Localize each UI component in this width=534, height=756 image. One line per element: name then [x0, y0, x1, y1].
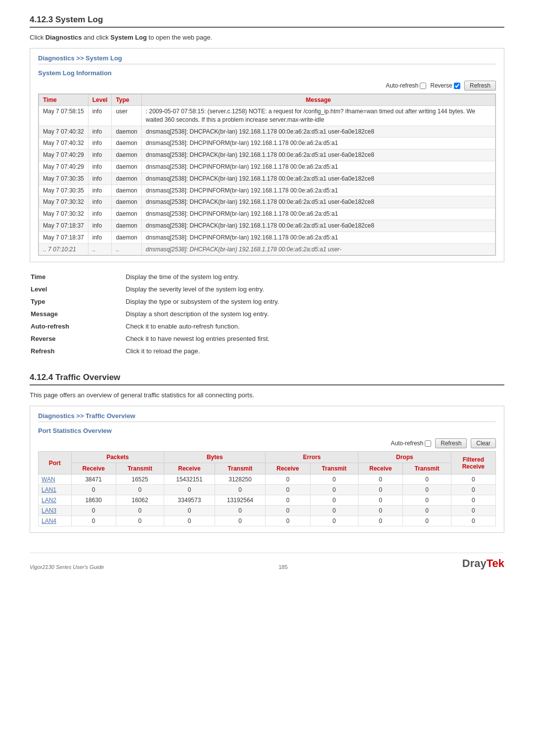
desc-term: Level — [31, 284, 110, 295]
desc-def: Display the severity level of the system… — [111, 284, 503, 295]
traffic-drp-tx-val: 0 — [403, 474, 451, 485]
auto-refresh-label: Auto-refresh — [386, 82, 426, 89]
log-message: dnsmasq[2538]: DHCPACK(br-lan) 192.168.1… — [141, 220, 495, 232]
col-message: Message — [141, 94, 495, 106]
traffic-overview-section: 4.12.4 Traffic Overview This page offers… — [30, 373, 504, 533]
system-log-section: 4.12.3 System Log Click Diagnostics and … — [30, 15, 504, 358]
traffic-drp-rx-val: 0 — [358, 495, 403, 506]
desc-term: Refresh — [31, 345, 110, 357]
traffic-err-rx-val: 0 — [266, 506, 310, 516]
log-time: May 7 07:40:29 — [39, 149, 89, 161]
traffic-drp-tx-val: 0 — [403, 516, 451, 526]
desc-def: Display the time of the system log entry… — [111, 271, 503, 283]
log-message: dnsmasq[2538]: DHCPINFORM(br-lan) 192.16… — [141, 232, 495, 243]
traffic-col-packets: Packets — [71, 452, 164, 463]
desc-term: Auto-refresh — [31, 321, 110, 332]
traffic-table: Port Packets Bytes Errors Drops Filtered… — [38, 451, 496, 526]
log-type: user — [112, 106, 141, 126]
log-level: info — [88, 208, 112, 220]
system-log-descriptions: Time Display the time of the system log … — [30, 270, 504, 358]
traffic-byt-rx-val: 15432151 — [164, 474, 215, 485]
traffic-byt-tx-val: 0 — [215, 516, 266, 526]
traffic-table-row: LAN2 18630 16062 3349573 13192564 0 0 0 … — [39, 495, 496, 506]
traffic-drp-tx-val: 0 — [403, 485, 451, 495]
system-log-table-wrapper: Time Level Type Message May 7 07:58:15 i… — [38, 94, 496, 256]
log-message: dnsmasq[2538]: DHCPACK(br-lan) 192.168.1… — [141, 196, 495, 208]
desc-def: Display the type or subsystem of the sys… — [111, 296, 503, 307]
log-time: May 7 07:18:37 — [39, 232, 89, 243]
section1-intro: Click Diagnostics and click System Log t… — [30, 34, 504, 41]
log-type: daemon — [112, 185, 141, 196]
traffic-drp-rx: Receive — [358, 463, 403, 474]
traffic-pkt-tx-val: 16525 — [116, 474, 164, 485]
traffic-err-rx-val: 0 — [266, 516, 310, 526]
traffic-pkt-tx-val: 16062 — [116, 495, 164, 506]
auto-refresh-checkbox[interactable] — [420, 83, 426, 89]
log-time: May 7 07:40:32 — [39, 126, 89, 138]
traffic-err-tx-val: 0 — [310, 474, 358, 485]
traffic-drp-tx-val: 0 — [403, 506, 451, 516]
traffic-controls: Auto-refresh Refresh Clear — [38, 438, 496, 448]
traffic-byt-tx: Transmit — [215, 463, 266, 474]
traffic-port[interactable]: LAN1 — [39, 485, 72, 495]
desc-def: Click it to reload the page. — [111, 345, 503, 357]
traffic-port[interactable]: LAN2 — [39, 495, 72, 506]
traffic-drp-tx-val: 0 — [403, 495, 451, 506]
traffic-byt-tx-val: 0 — [215, 485, 266, 495]
log-level: info — [88, 161, 112, 173]
desc-def: Check it to have newest log entries pres… — [111, 333, 503, 344]
traffic-err-tx-val: 0 — [310, 485, 358, 495]
traffic-err-tx: Transmit — [310, 463, 358, 474]
log-table-row: May 7 07:40:32 info daemon dnsmasq[2538]… — [39, 126, 495, 138]
traffic-err-rx-val: 0 — [266, 485, 310, 495]
footer-doc-title: Vigor2130 Series User's Guide — [30, 564, 104, 570]
log-type: .. — [112, 243, 141, 255]
traffic-col-bytes: Bytes — [164, 452, 266, 463]
log-message: dnsmasq[2538]: DHCPACK(br-lan) 192.168.1… — [141, 173, 495, 185]
traffic-port[interactable]: LAN4 — [39, 516, 72, 526]
log-type: daemon — [112, 126, 141, 138]
log-table-row: .. 7 07:10:21 .. .. dnsmasq[2538]: DHCPA… — [39, 243, 495, 255]
col-level: Level — [88, 94, 112, 106]
log-level: info — [88, 138, 112, 149]
brand-tek: Tek — [487, 557, 504, 569]
log-table-row: May 7 07:40:29 info daemon dnsmasq[2538]… — [39, 149, 495, 161]
traffic-byt-tx-val: 0 — [215, 506, 266, 516]
traffic-err-rx-val: 0 — [266, 495, 310, 506]
section2-intro: This page offers an overview of general … — [30, 391, 504, 399]
section2-title: 4.12.4 Traffic Overview — [30, 373, 504, 385]
desc-row: Reverse Check it to have newest log entr… — [31, 333, 503, 344]
brand-dray: Dray — [462, 557, 487, 569]
desc-term: Time — [31, 271, 110, 283]
traffic-port[interactable]: WAN — [39, 474, 72, 485]
traffic-byt-rx-val: 3349573 — [164, 495, 215, 506]
log-time: May 7 07:30:35 — [39, 185, 89, 196]
traffic-refresh-button[interactable]: Refresh — [435, 438, 467, 448]
traffic-auto-refresh-label: Auto-refresh — [391, 440, 431, 447]
log-table-row: May 7 07:18:37 info daemon dnsmasq[2538]… — [39, 232, 495, 243]
log-time: May 7 07:18:37 — [39, 220, 89, 232]
traffic-byt-tx-val: 13192564 — [215, 495, 266, 506]
traffic-port[interactable]: LAN3 — [39, 506, 72, 516]
reverse-checkbox[interactable] — [454, 83, 460, 89]
log-level: info — [88, 149, 112, 161]
log-time: .. 7 07:10:21 — [39, 243, 89, 255]
log-message: dnsmasq[2538]: DHCPACK(br-lan) 192.168.1… — [141, 149, 495, 161]
traffic-auto-refresh-checkbox[interactable] — [425, 440, 431, 447]
log-type: daemon — [112, 232, 141, 243]
traffic-pkt-rx-val: 0 — [71, 516, 116, 526]
traffic-clear-button[interactable]: Clear — [471, 438, 496, 448]
log-table-row: May 7 07:30:32 info daemon dnsmasq[2538]… — [39, 196, 495, 208]
log-level: info — [88, 232, 112, 243]
log-table-row: May 7 07:40:32 info daemon dnsmasq[2538]… — [39, 138, 495, 149]
traffic-drp-rx-val: 0 — [358, 506, 403, 516]
system-log-refresh-button[interactable]: Refresh — [464, 81, 496, 91]
traffic-pkt-tx-val: 0 — [116, 516, 164, 526]
log-table-row: May 7 07:40:29 info daemon dnsmasq[2538]… — [39, 161, 495, 173]
log-level: info — [88, 173, 112, 185]
system-log-controls: Auto-refresh Reverse Refresh — [38, 81, 496, 91]
traffic-table-row: LAN1 0 0 0 0 0 0 0 0 0 — [39, 485, 496, 495]
traffic-byt-rx-val: 0 — [164, 506, 215, 516]
desc-row: Level Display the severity level of the … — [31, 284, 503, 295]
traffic-byt-rx: Receive — [164, 463, 215, 474]
